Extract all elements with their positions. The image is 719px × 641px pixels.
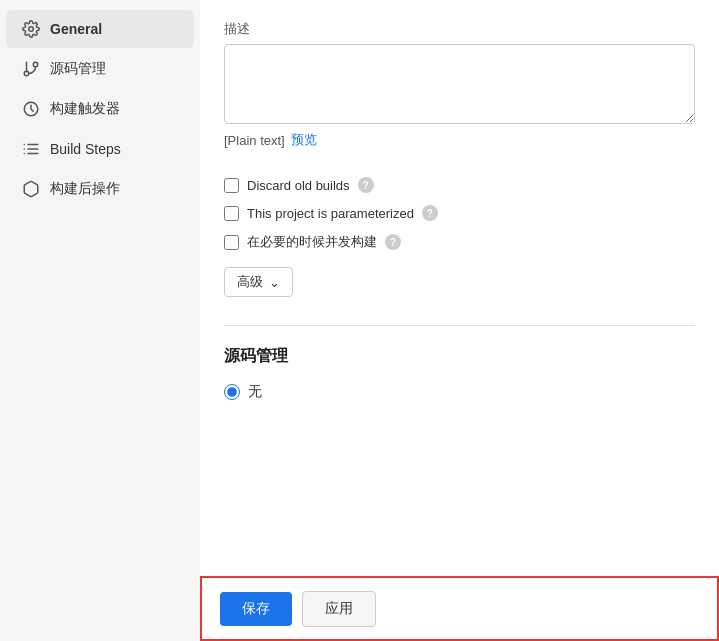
gear-icon xyxy=(22,20,40,38)
checkbox-parameterized: This project is parameterized ? xyxy=(224,205,695,221)
source-section: 源码管理 无 xyxy=(224,346,695,401)
concurrent-label: 在必要的时候并发构建 xyxy=(247,233,377,251)
main-content: 描述 [Plain text] 预览 Discard old builds ? … xyxy=(200,0,719,576)
preview-link[interactable]: 预览 xyxy=(291,131,317,149)
sidebar-item-build-steps[interactable]: Build Steps xyxy=(6,130,194,168)
description-label: 描述 xyxy=(224,20,695,38)
sidebar-item-general[interactable]: General xyxy=(6,10,194,48)
sidebar-item-post-build-label: 构建后操作 xyxy=(50,180,120,198)
sidebar-item-triggers[interactable]: 构建触发器 xyxy=(6,90,194,128)
parameterized-label: This project is parameterized xyxy=(247,206,414,221)
sidebar-item-triggers-label: 构建触发器 xyxy=(50,100,120,118)
format-row: [Plain text] 预览 xyxy=(224,131,695,149)
discard-label: Discard old builds xyxy=(247,178,350,193)
box-icon xyxy=(22,180,40,198)
source-none-radio[interactable] xyxy=(224,384,240,400)
sidebar-item-source[interactable]: 源码管理 xyxy=(6,50,194,88)
concurrent-help-icon[interactable]: ? xyxy=(385,234,401,250)
checkboxes-section: Discard old builds ? This project is par… xyxy=(224,177,695,297)
parameterized-checkbox[interactable] xyxy=(224,206,239,221)
source-title: 源码管理 xyxy=(224,346,695,367)
clock-icon xyxy=(22,100,40,118)
description-textarea[interactable] xyxy=(224,44,695,124)
checkbox-concurrent: 在必要的时候并发构建 ? xyxy=(224,233,695,251)
svg-point-0 xyxy=(29,27,34,32)
parameterized-help-icon[interactable]: ? xyxy=(422,205,438,221)
advanced-button[interactable]: 高级 ⌄ xyxy=(224,267,293,297)
format-text: [Plain text] xyxy=(224,133,285,148)
checkbox-discard: Discard old builds ? xyxy=(224,177,695,193)
list-icon xyxy=(22,140,40,158)
sidebar-item-post-build[interactable]: 构建后操作 xyxy=(6,170,194,208)
branch-icon xyxy=(22,60,40,78)
chevron-down-icon: ⌄ xyxy=(269,275,280,290)
discard-checkbox[interactable] xyxy=(224,178,239,193)
sidebar-item-source-label: 源码管理 xyxy=(50,60,106,78)
sidebar: General 源码管理 构建触发器 xyxy=(0,0,200,641)
discard-help-icon[interactable]: ? xyxy=(358,177,374,193)
bottom-bar: 保存 应用 xyxy=(200,576,719,641)
advanced-label: 高级 xyxy=(237,273,263,291)
divider xyxy=(224,325,695,326)
sidebar-item-build-steps-label: Build Steps xyxy=(50,141,121,157)
concurrent-checkbox[interactable] xyxy=(224,235,239,250)
source-none-row: 无 xyxy=(224,383,695,401)
save-button[interactable]: 保存 xyxy=(220,592,292,626)
source-none-label: 无 xyxy=(248,383,262,401)
description-section: 描述 [Plain text] 预览 xyxy=(224,20,695,149)
sidebar-item-general-label: General xyxy=(50,21,102,37)
apply-button[interactable]: 应用 xyxy=(302,591,376,627)
